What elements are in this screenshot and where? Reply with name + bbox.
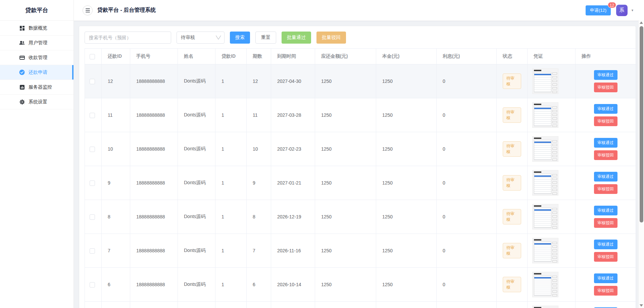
sidebar-item-data-overview[interactable]: 数据概览 <box>0 21 73 36</box>
cell-interest: 0 <box>437 200 497 234</box>
cell-repay-id <box>102 302 130 308</box>
cell-period: 8 <box>247 200 271 234</box>
cell-amount: 1250 <box>315 98 376 132</box>
check-circle-icon <box>19 69 25 75</box>
reject-button[interactable]: 审核驳回 <box>594 218 617 228</box>
row-checkbox[interactable] <box>90 147 95 152</box>
repayments-table: 还款ID 手机号 姓名 贷款ID 期数 到期时间 应还金额(元) 本金(元) 利… <box>85 48 636 308</box>
voucher-thumbnail[interactable] <box>532 204 558 229</box>
col-amount: 应还金额(元) <box>315 49 376 64</box>
dashboard-icon <box>19 25 25 31</box>
approve-button[interactable]: 审核通过 <box>594 104 617 114</box>
cell-period: 9 <box>247 166 271 200</box>
row-checkbox[interactable] <box>90 214 95 220</box>
reject-button[interactable]: 审核驳回 <box>594 150 617 160</box>
status-badge: 待审核 <box>503 73 521 89</box>
batch-reject-button[interactable]: 批量驳回 <box>316 32 346 44</box>
cell-phone: 18888888888 <box>130 64 178 98</box>
status-select[interactable]: 待审核 ╲╱ <box>177 32 225 44</box>
row-checkbox[interactable] <box>90 79 95 84</box>
scrollbar-thumb[interactable] <box>640 26 643 222</box>
approve-button[interactable]: 审核通过 <box>594 138 617 148</box>
cell-due-date: 2027-01-21 <box>271 166 315 200</box>
cell-principal: 1250 <box>376 268 437 302</box>
cell-name: Donts源码 <box>178 200 215 234</box>
cell-loan-id: 1 <box>215 268 247 302</box>
search-button[interactable]: 搜索 <box>230 32 250 44</box>
status-badge: 待审核 <box>503 107 521 123</box>
reject-button[interactable]: 审核驳回 <box>594 83 617 92</box>
table-row: 11 18888888888 Donts源码 1 11 2027-03-28 1… <box>85 98 636 132</box>
sidebar-item-server-monitor[interactable]: 服务器监控 <box>0 80 73 95</box>
page-title: 贷款平台 - 后台管理系统 <box>97 7 156 14</box>
cell-principal: 1250 <box>376 234 437 268</box>
cell-name: Donts源码 <box>178 268 215 302</box>
sidebar-item-user-management[interactable]: 用户管理 <box>0 36 73 50</box>
sidebar-item-repayment-requests[interactable]: 还款申请 <box>0 65 73 80</box>
cell-period: 6 <box>247 268 271 302</box>
cell-name: Donts源码 <box>178 234 215 268</box>
cell-interest: 0 <box>437 132 497 166</box>
col-actions: 操作 <box>576 49 636 64</box>
reset-button[interactable]: 重置 <box>255 32 276 44</box>
vertical-scrollbar[interactable] <box>638 20 644 308</box>
cell-interest: 0 <box>437 166 497 200</box>
scroll-down-arrow-icon[interactable] <box>640 304 643 307</box>
cell-name <box>178 302 215 308</box>
voucher-thumbnail[interactable] <box>532 170 558 196</box>
cell-phone: 18888888888 <box>130 200 178 234</box>
col-name: 姓名 <box>178 49 215 64</box>
avatar[interactable]: 系 <box>616 5 628 16</box>
approve-button[interactable]: 审核通过 <box>594 172 617 182</box>
col-principal: 本金(元) <box>376 49 437 64</box>
chevron-down-icon[interactable]: ▼ <box>631 9 634 12</box>
applications-button[interactable]: 申请(12) 12 <box>586 5 611 15</box>
status-select-value: 待审核 <box>181 35 195 41</box>
scroll-up-arrow-icon[interactable] <box>640 21 643 24</box>
reject-button[interactable]: 审核驳回 <box>594 286 617 296</box>
hamburger-menu-button[interactable] <box>83 5 93 15</box>
approve-button[interactable]: 审核通过 <box>594 273 617 283</box>
voucher-thumbnail[interactable] <box>532 136 558 162</box>
table-row: 12 18888888888 Donts源码 1 12 2027-04-30 1… <box>85 64 636 98</box>
table-header-row: 还款ID 手机号 姓名 贷款ID 期数 到期时间 应还金额(元) 本金(元) 利… <box>85 49 636 64</box>
cell-due-date: 2027-04-30 <box>271 64 315 98</box>
status-badge: 待审核 <box>503 243 521 258</box>
row-checkbox[interactable] <box>90 248 95 254</box>
reject-button[interactable]: 审核驳回 <box>594 252 617 262</box>
cell-phone: 18888888888 <box>130 234 178 268</box>
select-all-checkbox[interactable] <box>90 54 95 59</box>
voucher-thumbnail[interactable] <box>532 102 558 128</box>
approve-button[interactable]: 审核通过 <box>594 206 617 215</box>
cell-phone: 18888888888 <box>130 98 178 132</box>
approve-button[interactable]: 审核通过 <box>594 70 617 80</box>
sidebar-item-collection-management[interactable]: 收款管理 <box>0 50 73 65</box>
batch-approve-button[interactable]: 批量通过 <box>282 32 311 44</box>
voucher-thumbnail[interactable] <box>532 272 558 297</box>
row-checkbox[interactable] <box>90 181 95 186</box>
voucher-thumbnail[interactable] <box>532 238 558 263</box>
approve-button[interactable]: 审核通过 <box>594 240 617 249</box>
cell-repay-id: 10 <box>102 132 130 166</box>
voucher-thumbnail[interactable] <box>532 68 558 94</box>
cell-amount: 1250 <box>315 64 376 98</box>
voucher-thumbnail[interactable] <box>532 306 558 308</box>
row-checkbox[interactable] <box>90 282 95 288</box>
cell-due-date: 2027-03-28 <box>271 98 315 132</box>
monitor-icon <box>19 84 25 90</box>
cell-period <box>247 302 271 308</box>
cell-loan-id: 1 <box>215 166 247 200</box>
status-badge: 待审核 <box>503 141 521 157</box>
cell-phone: 18888888888 <box>130 166 178 200</box>
sidebar-item-system-settings[interactable]: 系统设置 <box>0 95 73 109</box>
status-badge: 待审核 <box>503 277 521 292</box>
cell-amount: 1250 <box>315 200 376 234</box>
cell-name: Donts源码 <box>178 98 215 132</box>
sidebar: 贷款平台 数据概览 用户管理 收款管理 还款申请 服务器监控 系统设置 <box>0 0 74 308</box>
reject-button[interactable]: 审核驳回 <box>594 184 617 194</box>
row-checkbox[interactable] <box>90 113 95 118</box>
search-input[interactable] <box>85 32 171 44</box>
col-voucher: 凭证 <box>528 49 576 64</box>
reject-button[interactable]: 审核驳回 <box>594 116 617 126</box>
applications-button-label: 申请(12) <box>590 8 606 13</box>
